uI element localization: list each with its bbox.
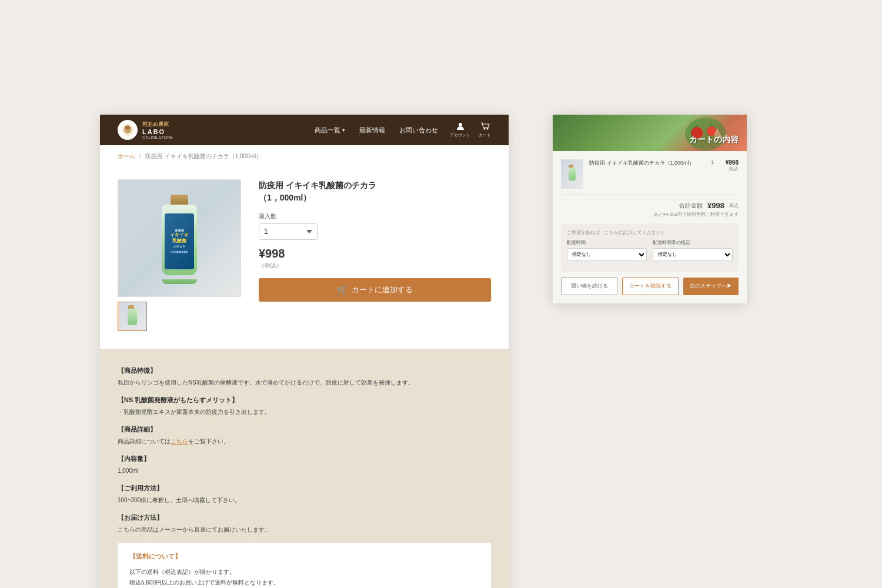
bottle-body: 防疫用 イキイキ 乳酸菌 のチカラ NS乳酸菌発酵液 [162, 205, 197, 275]
account-icon-button[interactable]: アカウント [450, 122, 470, 138]
cart-item-price-tax: 税込 [726, 166, 739, 172]
total-tax: 税込 [729, 202, 739, 209]
cart-icon [480, 122, 490, 131]
nav-products[interactable]: 商品一覧 [315, 126, 345, 135]
product-info: 防疫用 イキイキ乳酸菌のチカラ（1，000ml） 購入数 1 2 3 4 5 ¥… [259, 179, 491, 331]
cart-totals: 合計金額 ¥998 税込 あと¥4,602円で送料無料ご利用できます [561, 201, 739, 218]
tomato-decoration [682, 116, 729, 151]
cart-icon: 🛒 [337, 285, 347, 295]
delivery-time-label: 配達時間 [567, 239, 647, 246]
detail-link[interactable]: こちら [171, 438, 188, 445]
shipping-title: 【送料について】 [129, 552, 479, 561]
checkout-button[interactable]: 次のステップへ▶ [683, 278, 739, 295]
cart-item-image [561, 159, 583, 189]
delivery-period-label: 配達時間帯の指定 [653, 239, 733, 246]
quantity-select[interactable]: 1 2 3 4 5 [259, 223, 318, 240]
detail-text: 商品詳細についてはこちらをご覧下さい。 [118, 436, 491, 446]
benefit-block: 【NS 乳酸菌発酵液がもたらすメリット】 ・乳酸菌発酵エキスが家畜本来の防疫力を… [118, 396, 491, 417]
cart-item: 防疫用 イキイキ乳酸菌のチカラ（1,000ml） 1 ¥998 税込 [561, 159, 739, 195]
cart-item-bottle [567, 165, 577, 183]
usage-heading: 【ご利用方法】 [118, 484, 491, 493]
content-heading: 【内容量】 [118, 455, 491, 463]
detail-heading: 【商品詳細】 [118, 425, 491, 434]
thumb-bottle [126, 305, 138, 328]
detail-block: 【商品詳細】 商品詳細についてはこちらをご覧下さい。 [118, 425, 491, 446]
delivery-time-select[interactable]: 指定なし [567, 248, 647, 261]
bottle-cap [171, 195, 188, 205]
usage-text: 100~200倍に希釈し、土壌へ噴霧して下さい。 [118, 495, 491, 505]
feature-text: 私田からリンゴを使用したNS乳酸菌の発酵液です。水で薄めてかけるだけで、防疫に対… [118, 377, 491, 387]
feature-block: 【商品特徴】 私田からリンゴを使用したNS乳酸菌の発酵液です。水で薄めてかけるだ… [118, 366, 491, 387]
shipping-text: 以下の送料（税込表記）が掛かります。 税込5,600円以上のお買い上げで送料が無… [129, 567, 479, 588]
svg-point-5 [486, 128, 488, 130]
svg-point-4 [483, 128, 485, 130]
product-images: 防疫用 イキイキ 乳酸菌 のチカラ NS乳酸菌発酵液 [118, 179, 241, 331]
bottle-bottom [162, 279, 197, 284]
product-price: ¥998 [259, 247, 491, 260]
cart-item-price: ¥998 [726, 159, 739, 166]
delivery-text: こちらの商品はメーカーから直送にてお届けいたします。 [118, 524, 491, 534]
view-cart-button[interactable]: カートを確認する [622, 278, 679, 295]
cart-item-quantity: 1 [706, 159, 720, 165]
continue-shopping-button[interactable]: 買い物を続ける [561, 278, 617, 295]
svg-point-2 [125, 126, 130, 129]
form-row-1: 配達時間 指定なし 配達時間帯の指定 指定なし [567, 239, 733, 261]
benefit-heading: 【NS 乳酸菌発酵液がもたらすメリット】 [118, 396, 491, 405]
logo-text: 村あめ農家 LABO ONLINE STORE [142, 121, 173, 139]
form-note: ご希望があれば（こちらに記入してください） [567, 229, 733, 236]
breadcrumb: ホーム › 防疫用 イキイキ乳酸菌のチカラ（1,000ml） [100, 145, 509, 168]
site-header: 村あめ農家 LABO ONLINE STORE 商品一覧 最新情報 お問い合わせ… [100, 115, 509, 145]
bottle-label: 防疫用 イキイキ 乳酸菌 のチカラ NS乳酸菌発酵液 [165, 213, 194, 269]
total-label: 合計金額 [679, 202, 703, 210]
thumbnail-1[interactable] [118, 302, 147, 331]
nav-contact[interactable]: お問い合わせ [399, 126, 438, 135]
cart-item-details: 防疫用 イキイキ乳酸菌のチカラ（1,000ml） [589, 159, 700, 168]
delivery-block: 【お届け方法】 こちらの商品はメーカーから直送にてお届けいたします。 [118, 513, 491, 534]
logo-icon [118, 120, 138, 140]
header-icons: アカウント カート [450, 122, 491, 138]
nav-news[interactable]: 最新情報 [359, 126, 385, 135]
account-icon [456, 122, 465, 131]
bottle-image: 防疫用 イキイキ 乳酸菌 のチカラ NS乳酸菌発酵液 [156, 193, 203, 284]
main-product-image: 防疫用 イキイキ 乳酸菌 のチカラ NS乳酸菌発酵液 [118, 179, 241, 297]
product-title: 防疫用 イキイキ乳酸菌のチカラ（1，000ml） [259, 179, 491, 204]
product-section: 防疫用 イキイキ 乳酸菌 のチカラ NS乳酸菌発酵液 [100, 168, 509, 349]
main-product-page: 村あめ農家 LABO ONLINE STORE 商品一覧 最新情報 お問い合わせ… [100, 115, 509, 588]
price-tax: （税込） [259, 262, 491, 270]
delivery-period-select[interactable]: 指定なし [653, 248, 733, 261]
free-shipping-note: あと¥4,602円で送料無料ご利用できます [561, 211, 739, 218]
shipping-box: 【送料について】 以下の送料（税込表記）が掛かります。 税込5,600円以上のお… [118, 543, 491, 588]
usage-block: 【ご利用方法】 100~200倍に希釈し、土壌へ噴霧して下さい。 [118, 484, 491, 505]
quantity-label: 購入数 [259, 212, 491, 220]
cart-page: カートの内容 防疫用 イキイキ乳酸菌のチカラ（1,000ml） 1 ¥998 税… [553, 115, 747, 303]
cart-title: カートの内容 [689, 135, 739, 145]
content-text: 1,000ml [118, 466, 491, 476]
cart-total-row: 合計金額 ¥998 税込 [561, 201, 739, 210]
cart-item-price-block: ¥998 税込 [726, 159, 739, 172]
cart-form: ご希望があれば（こちらに記入してください） 配達時間 指定なし 配達時間帯の指定… [561, 223, 739, 272]
form-group-delivery-period: 配達時間帯の指定 指定なし [653, 239, 733, 261]
breadcrumb-current: 防疫用 イキイキ乳酸菌のチカラ（1,000ml） [145, 153, 262, 159]
form-group-delivery-time: 配達時間 指定なし [567, 239, 647, 261]
cart-buttons: 買い物を続ける カートを確認する 次のステップへ▶ [561, 278, 739, 295]
breadcrumb-home[interactable]: ホーム [118, 153, 135, 159]
cart-content: 防疫用 イキイキ乳酸菌のチカラ（1,000ml） 1 ¥998 税込 合計金額 … [553, 151, 747, 303]
description-section: 【商品特徴】 私田からリンゴを使用したNS乳酸菌の発酵液です。水で薄めてかけるだ… [100, 349, 509, 588]
thumbnail-images [118, 302, 241, 331]
content-block: 【内容量】 1,000ml [118, 455, 491, 476]
svg-point-3 [459, 123, 462, 126]
delivery-heading: 【お届け方法】 [118, 513, 491, 522]
cart-icon-button[interactable]: カート [479, 122, 491, 138]
total-price: ¥998 [707, 201, 724, 210]
nav: 商品一覧 最新情報 お問い合わせ [315, 126, 438, 135]
benefit-text: ・乳酸菌発酵エキスが家畜本来の防疫力を引き出します。 [118, 407, 491, 417]
feature-heading: 【商品特徴】 [118, 366, 491, 375]
logo[interactable]: 村あめ農家 LABO ONLINE STORE [118, 120, 315, 140]
add-to-cart-button[interactable]: 🛒 カートに追加する [259, 278, 491, 302]
cart-header-image: カートの内容 [553, 115, 747, 151]
